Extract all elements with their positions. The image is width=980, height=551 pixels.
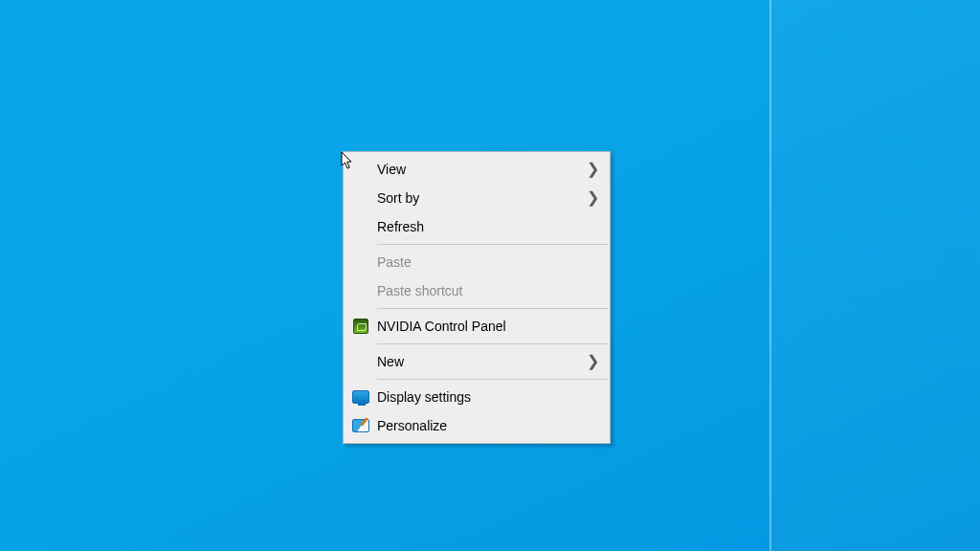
menu-item-label: NVIDIA Control Panel <box>377 319 599 334</box>
menu-separator <box>377 343 608 344</box>
personalize-icon <box>350 417 371 434</box>
menu-item-label: Refresh <box>377 219 599 234</box>
blank-icon <box>350 253 371 271</box>
menu-item-personalize[interactable]: Personalize <box>345 411 609 440</box>
windows-light-beam <box>769 0 980 551</box>
blank-icon <box>350 353 371 370</box>
menu-item-display-settings[interactable]: Display settings <box>345 383 609 411</box>
menu-item-paste-shortcut: Paste shortcut <box>345 276 609 305</box>
menu-item-label: Paste <box>377 254 599 270</box>
menu-item-sort-by[interactable]: Sort by ❯ <box>345 184 609 212</box>
menu-item-label: Sort by <box>377 190 586 206</box>
menu-item-view[interactable]: View ❯ <box>345 155 609 184</box>
chevron-right-icon: ❯ <box>586 190 599 206</box>
blank-icon <box>350 189 371 207</box>
menu-separator <box>377 244 608 245</box>
menu-item-paste: Paste <box>345 248 609 276</box>
menu-separator <box>377 379 608 380</box>
blank-icon <box>350 161 371 178</box>
chevron-right-icon: ❯ <box>586 354 599 369</box>
menu-item-label: Paste shortcut <box>377 283 599 298</box>
blank-icon <box>350 282 371 299</box>
menu-item-refresh[interactable]: Refresh <box>345 212 609 241</box>
menu-item-label: View <box>377 162 586 177</box>
menu-separator <box>377 308 608 309</box>
nvidia-icon <box>350 318 371 335</box>
menu-item-label: New <box>377 354 586 369</box>
desktop-context-menu: View ❯ Sort by ❯ Refresh Paste Paste sho… <box>343 151 611 444</box>
menu-item-new[interactable]: New ❯ <box>345 347 609 376</box>
chevron-right-icon: ❯ <box>586 162 599 177</box>
display-icon <box>350 388 371 406</box>
menu-item-label: Display settings <box>377 389 599 405</box>
menu-item-label: Personalize <box>377 418 599 433</box>
menu-item-nvidia-control-panel[interactable]: NVIDIA Control Panel <box>345 312 609 341</box>
blank-icon <box>350 218 371 235</box>
